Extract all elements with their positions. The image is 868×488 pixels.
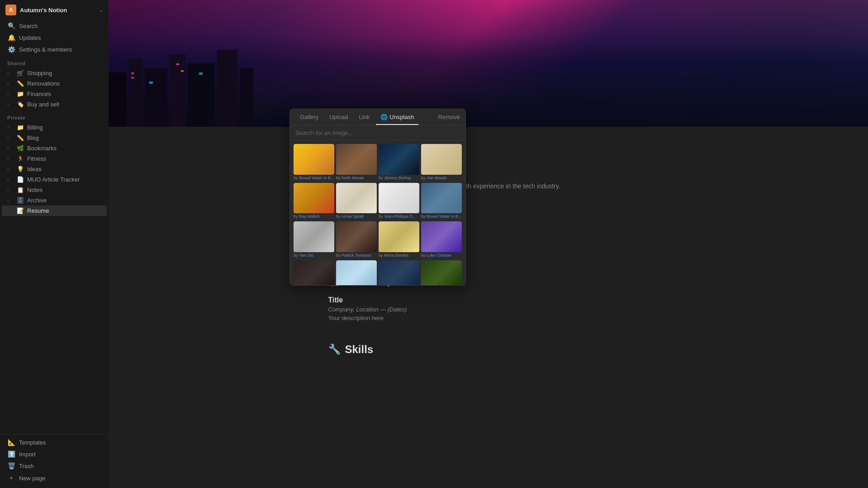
tab-unsplash[interactable]: 🌐 Unsplash xyxy=(376,109,418,125)
resume-icon: 📝 xyxy=(16,207,24,214)
image-credit-link[interactable]: Boxed Water Is B... xyxy=(427,214,461,219)
sidebar-item-updates[interactable]: 🔔 Updates xyxy=(2,32,107,43)
chevron-right-icon: › xyxy=(7,167,14,172)
image-credit: by Keith Misner xyxy=(336,175,377,181)
tab-link[interactable]: Link xyxy=(354,109,374,125)
page-body: 👔 Resume I'm a software engineer based i… xyxy=(109,127,868,488)
sidebar-item-templates[interactable]: 📐 Templates xyxy=(2,436,107,448)
image-grid-item[interactable]: by Ray Mallick xyxy=(294,183,334,220)
image-grid-item[interactable]: by Diego PH xyxy=(379,260,419,286)
svg-rect-12 xyxy=(199,72,203,75)
chevron-right-icon: › xyxy=(7,91,14,96)
image-credit-link[interactable]: Patrick Tomasso xyxy=(342,253,371,258)
import-icon: ⬆️ xyxy=(7,450,15,458)
finances-icon: 📁 xyxy=(16,91,24,97)
image-credit-link[interactable]: Joe Woods xyxy=(427,176,447,180)
image-credit: by Luke Chesser xyxy=(421,252,462,258)
sidebar-item-label: MUO Article Tracker xyxy=(27,176,101,183)
work-job-title[interactable]: Title xyxy=(328,296,649,304)
notes-icon: 📋 xyxy=(16,187,24,193)
image-grid-item[interactable]: by Mona Eendra xyxy=(379,221,419,258)
main-content: 👔 Resume I'm a software engineer based i… xyxy=(109,0,868,488)
picker-tabs: Gallery Upload Link 🌐 Unsplash Remove xyxy=(290,109,465,125)
sidebar-item-label: Shopping xyxy=(27,70,101,77)
image-credit-link[interactable]: Luke Chesser xyxy=(427,253,452,258)
sidebar-item-shopping[interactable]: › 🛒 Shopping xyxy=(2,68,107,78)
sidebar-item-muo[interactable]: › 📄 MUO Article Tracker xyxy=(2,174,107,185)
chevron-right-icon: › xyxy=(7,102,14,107)
image-credit-link[interactable]: Annie Spratt xyxy=(342,214,364,219)
sidebar-item-label: Trash xyxy=(19,463,34,469)
image-grid-item[interactable]: by Yan Ots xyxy=(294,221,334,258)
image-grid-item[interactable]: by Keith Misner xyxy=(336,144,377,181)
sidebar-item-archive[interactable]: › 🗄️ Archive xyxy=(2,195,107,206)
image-grid-item[interactable]: by Teemu Paananen xyxy=(421,260,462,286)
image-credit: by Boxed Water Is B... xyxy=(294,175,334,181)
image-credit-link[interactable]: Keith Misner xyxy=(342,176,364,180)
image-credit-link[interactable]: Jeremy Bishop xyxy=(384,176,411,180)
image-grid-item[interactable]: by Resul Mentes 📷 xyxy=(336,260,377,286)
image-credit-link[interactable]: Boxed Water Is B... xyxy=(299,176,334,180)
image-thumbnail xyxy=(421,144,462,175)
sidebar-item-label: Renovations xyxy=(27,80,101,87)
sidebar-bottom: 📐 Templates ⬆️ Import 🗑️ Trash ＋ New pag… xyxy=(0,434,109,484)
image-credit: by Patrick Tomasso xyxy=(336,252,377,258)
image-thumbnail xyxy=(294,260,334,286)
sidebar-item-search[interactable]: 🔍 Search xyxy=(2,20,107,32)
image-credit-link[interactable]: Jean-Philippe D... xyxy=(384,214,416,219)
workspace-chevron-icon: ⌄ xyxy=(99,7,103,13)
blog-icon: ✏️ xyxy=(16,134,24,141)
image-grid-item[interactable]: by Boxed Water Is B... xyxy=(421,183,462,220)
sidebar-item-ideas[interactable]: › 💡 Ideas xyxy=(2,164,107,174)
sidebar-item-bookmarks[interactable]: › 🌿 Bookmarks xyxy=(2,143,107,153)
buy-sell-icon: 🏷️ xyxy=(16,101,24,108)
image-credit-link[interactable]: Yan Ots xyxy=(299,253,313,258)
archive-icon: 🗄️ xyxy=(16,197,24,204)
image-grid-item[interactable]: by Jean-Philippe D... xyxy=(379,183,419,220)
workspace-name: Autumn's Notion xyxy=(20,7,95,14)
tab-gallery[interactable]: Gallery xyxy=(295,109,323,125)
sidebar-item-buy-sell[interactable]: › 🏷️ Buy and sell xyxy=(2,99,107,110)
new-page-label: New page xyxy=(19,475,46,482)
image-grid-item[interactable]: by Luke Chesser xyxy=(421,221,462,258)
sidebar-item-resume[interactable]: › 📝 Resume xyxy=(2,206,107,216)
billing-icon: 📁 xyxy=(16,124,24,131)
new-page-button[interactable]: ＋ New page xyxy=(2,472,107,484)
sidebar-item-label: Resume xyxy=(27,207,101,214)
tab-upload[interactable]: Upload xyxy=(325,109,352,125)
sidebar-item-label: Fitness xyxy=(27,155,101,162)
image-credit: by Ray Mallick xyxy=(294,213,334,220)
image-grid-item[interactable]: by Jeremy Bishop xyxy=(379,144,419,181)
sidebar-item-finances[interactable]: › 📁 Finances xyxy=(2,89,107,99)
svg-rect-6 xyxy=(240,68,253,127)
ideas-icon: 💡 xyxy=(16,166,24,172)
sidebar-item-billing[interactable]: › 📁 Billing xyxy=(2,122,107,133)
sidebar-item-blog[interactable]: › ✏️ Blog xyxy=(2,133,107,143)
remove-button[interactable]: Remove xyxy=(438,109,460,125)
svg-rect-1 xyxy=(129,59,142,127)
sidebar-item-label: Import xyxy=(19,451,36,458)
image-thumbnail xyxy=(294,144,334,175)
image-grid-item[interactable]: by Annie Spratt xyxy=(336,183,377,220)
chevron-right-icon: › xyxy=(7,156,14,161)
image-credit: by Annie Spratt xyxy=(336,213,377,220)
image-grid-item[interactable]: by Annie Spratt xyxy=(294,260,334,286)
svg-rect-11 xyxy=(181,70,184,72)
image-picker-overlay: Gallery Upload Link 🌐 Unsplash Remove by… xyxy=(289,109,466,286)
sidebar-item-import[interactable]: ⬆️ Import xyxy=(2,448,107,460)
image-search-input[interactable] xyxy=(295,129,460,136)
image-grid-item[interactable]: by Boxed Water Is B... xyxy=(294,144,334,181)
workspace-avatar: A xyxy=(5,5,16,15)
sidebar-item-fitness[interactable]: › 🏃 Fitness xyxy=(2,153,107,164)
workspace-header[interactable]: A Autumn's Notion ⌄ xyxy=(0,0,109,20)
image-grid-item[interactable]: by Patrick Tomasso xyxy=(336,221,377,258)
sidebar-item-trash[interactable]: 🗑️ Trash xyxy=(2,460,107,472)
sidebar-item-notes[interactable]: › 📋 Notes xyxy=(2,185,107,195)
sidebar-item-settings[interactable]: ⚙️ Settings & members xyxy=(2,43,107,55)
sidebar-item-renovations[interactable]: › ✏️ Renovations xyxy=(2,78,107,89)
image-grid-item[interactable]: by Joe Woods xyxy=(421,144,462,181)
image-credit: by Jeremy Bishop xyxy=(379,175,419,181)
sidebar-item-label: Buy and sell xyxy=(27,101,101,108)
image-credit-link[interactable]: Ray Mallick xyxy=(299,214,320,219)
image-credit-link[interactable]: Mona Eendra xyxy=(384,253,408,258)
